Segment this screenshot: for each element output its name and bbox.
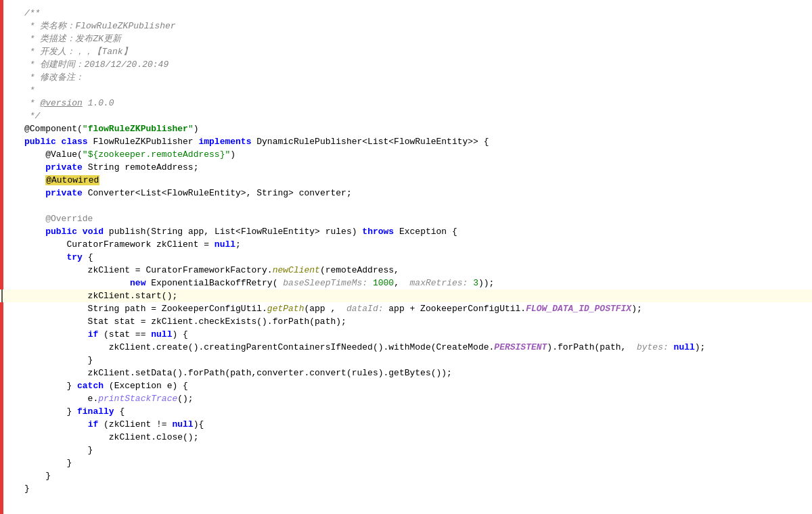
line-content: @Override <box>19 212 812 225</box>
code-line: new ExponentialBackoffRetry( baseSleepTi… <box>0 277 812 289</box>
code-editor: /** * 类名称：FlowRuleZKPublisher * 类描述：发布ZK… <box>0 0 812 514</box>
line-content: */ <box>19 110 812 122</box>
line-content: zkClient.create().creatingParentContaine… <box>19 341 812 354</box>
line-content: } <box>19 354 812 367</box>
code-line: * 修改备注： <box>0 71 812 84</box>
code-line: zkClient.create().creatingParentContaine… <box>0 341 812 354</box>
code-line: try { <box>0 251 812 264</box>
code-line: Stat stat = zkClient.checkExists().forPa… <box>0 315 812 328</box>
code-line <box>0 200 812 212</box>
line-content: new ExponentialBackoffRetry( baseSleepTi… <box>19 277 812 289</box>
line-content: * <box>19 84 812 97</box>
line-content: * 开发人：，，【Tank】 <box>19 45 812 58</box>
code-line: CuratorFramework zkClient = null; <box>0 238 812 251</box>
code-line: * 创建时间：2018/12/20.20:49 <box>0 58 812 71</box>
line-content: * @version 1.0.0 <box>19 97 812 110</box>
code-line: @Autowired <box>0 174 812 187</box>
code-line: zkClient = CuratorFrameworkFactory.newCl… <box>0 264 812 277</box>
line-content: e.printStackTrace(); <box>19 392 812 405</box>
code-line: * 开发人：，，【Tank】 <box>0 45 812 58</box>
code-line: zkClient.start(); <box>0 289 812 302</box>
line-content: @Autowired <box>19 174 812 187</box>
line-content: } finally { <box>19 405 812 418</box>
code-line: * @version 1.0.0 <box>0 97 812 110</box>
line-content: } <box>19 469 812 482</box>
code-line: } <box>0 469 812 482</box>
line-content: * 类描述：发布ZK更新 <box>19 32 812 45</box>
line-content: private String remoteAddress; <box>19 161 812 174</box>
line-content: * 创建时间：2018/12/20.20:49 <box>19 58 812 71</box>
line-content: try { <box>19 251 812 264</box>
code-line: */ <box>0 110 812 122</box>
code-line: private String remoteAddress; <box>0 161 812 174</box>
code-line: * <box>0 84 812 97</box>
code-line: } <box>0 444 812 457</box>
line-content: public class FlowRuleZKPublisher impleme… <box>19 135 812 148</box>
line-content: } <box>19 457 812 469</box>
line-content: } <box>19 482 812 495</box>
line-content: Stat stat = zkClient.checkExists().forPa… <box>19 315 812 328</box>
code-line: @Value("${zookeeper.remoteAddress}") <box>0 148 812 161</box>
code-line: @Component("flowRuleZKPublisher") <box>0 122 812 135</box>
line-content: zkClient.close(); <box>19 431 812 444</box>
line-content: @Component("flowRuleZKPublisher") <box>19 122 812 135</box>
code-line: } <box>0 354 812 367</box>
code-line: if (stat == null) { <box>0 328 812 341</box>
code-line: public void publish(String app, List<Flo… <box>0 225 812 238</box>
code-line: public class FlowRuleZKPublisher impleme… <box>0 135 812 148</box>
line-content: zkClient = CuratorFrameworkFactory.newCl… <box>19 264 812 277</box>
line-content: zkClient.start(); <box>19 289 812 302</box>
line-content: } catch (Exception e) { <box>19 379 812 392</box>
line-content: * 类名称：FlowRuleZKPublisher <box>19 20 812 32</box>
line-content: private Converter<List<FlowRuleEntity>, … <box>19 187 812 200</box>
code-line: @Override <box>0 212 812 225</box>
code-line: e.printStackTrace(); <box>0 392 812 405</box>
line-content: * 修改备注： <box>19 71 812 84</box>
cursor <box>1 289 3 302</box>
code-line: zkClient.setData().forPath(path,converte… <box>0 367 812 379</box>
line-content: /** <box>19 7 812 20</box>
code-line: * 类名称：FlowRuleZKPublisher <box>0 20 812 32</box>
line-content: if (stat == null) { <box>19 328 812 341</box>
code-line: zkClient.close(); <box>0 431 812 444</box>
code-line: } finally { <box>0 405 812 418</box>
code-line: * 类描述：发布ZK更新 <box>0 32 812 45</box>
line-content: if (zkClient != null){ <box>19 418 812 431</box>
code-line: } <box>0 457 812 469</box>
code-line: } <box>0 482 812 495</box>
line-content: public void publish(String app, List<Flo… <box>19 225 812 238</box>
line-content: @Value("${zookeeper.remoteAddress}") <box>19 148 812 161</box>
code-line: String path = ZookeeperConfigUtil.getPat… <box>0 302 812 315</box>
code-line: private Converter<List<FlowRuleEntity>, … <box>0 187 812 200</box>
line-content: zkClient.setData().forPath(path,converte… <box>19 367 812 379</box>
line-content: } <box>19 444 812 457</box>
code-line: } catch (Exception e) { <box>0 379 812 392</box>
line-content: CuratorFramework zkClient = null; <box>19 238 812 251</box>
code-line: /** <box>0 7 812 20</box>
line-content: String path = ZookeeperConfigUtil.getPat… <box>19 302 812 315</box>
code-line: if (zkClient != null){ <box>0 418 812 431</box>
